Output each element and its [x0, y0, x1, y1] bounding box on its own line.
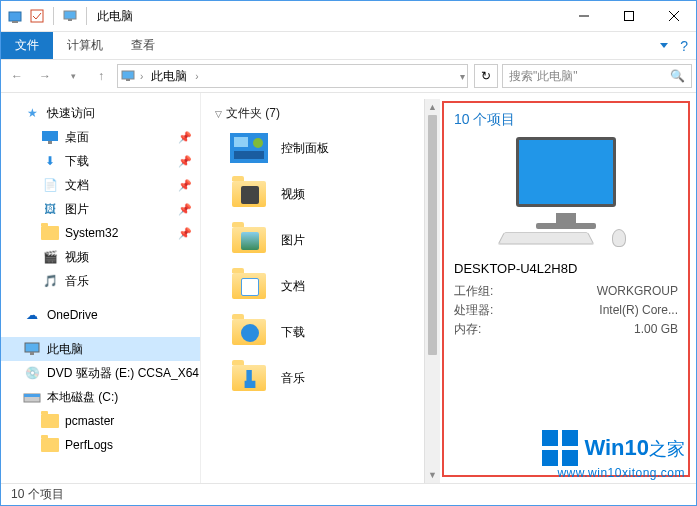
svg-rect-9 — [122, 71, 134, 79]
search-placeholder: 搜索"此电脑" — [509, 68, 578, 85]
search-input[interactable]: 搜索"此电脑" 🔍 — [502, 64, 692, 88]
sidebar-item-desktop[interactable]: 桌面📌 — [1, 125, 200, 149]
sidebar-item-videos[interactable]: 🎬视频 — [1, 245, 200, 269]
music-folder-icon — [232, 365, 266, 391]
recent-dropdown[interactable]: ▾ — [61, 64, 85, 88]
sidebar-item-dvd[interactable]: 💿DVD 驱动器 (E:) CCSA_X64 — [1, 361, 200, 385]
sidebar-label: 文档 — [65, 177, 89, 194]
list-item[interactable]: 音乐 — [229, 356, 424, 400]
item-label: 视频 — [281, 186, 305, 203]
watermark-url: www.win10xitong.com — [542, 466, 685, 480]
computer-name: DESKTOP-U4L2H8D — [454, 261, 678, 276]
sidebar-item-music[interactable]: 🎵音乐 — [1, 269, 200, 293]
sidebar-item-pcmaster[interactable]: pcmaster — [1, 409, 200, 433]
tab-view[interactable]: 查看 — [117, 32, 169, 59]
sidebar-item-quickaccess[interactable]: ★快速访问 — [1, 101, 200, 125]
pin-icon: 📌 — [178, 131, 192, 144]
svg-rect-11 — [42, 131, 58, 141]
sidebar-item-downloads[interactable]: ⬇下载📌 — [1, 149, 200, 173]
close-button[interactable] — [651, 1, 696, 31]
qat-properties-icon[interactable] — [27, 6, 47, 26]
desktop-icon — [41, 128, 59, 146]
scroll-up-icon[interactable]: ▲ — [425, 99, 440, 115]
svg-rect-0 — [9, 12, 21, 21]
sidebar-label: DVD 驱动器 (E:) CCSA_X64 — [47, 365, 199, 382]
list-item[interactable]: 控制面板 — [229, 126, 424, 170]
sidebar-label: 桌面 — [65, 129, 89, 146]
sidebar-label: 下载 — [65, 153, 89, 170]
tab-computer[interactable]: 计算机 — [53, 32, 117, 59]
svg-rect-4 — [68, 19, 72, 21]
pc-icon — [23, 340, 41, 358]
video-icon: 🎬 — [41, 248, 59, 266]
minimize-button[interactable] — [561, 1, 606, 31]
sidebar-item-perflogs[interactable]: PerfLogs — [1, 433, 200, 457]
status-bar: 10 个项目 — [1, 483, 696, 505]
sidebar-label: 本地磁盘 (C:) — [47, 389, 118, 406]
item-view[interactable]: ▽文件夹 (7) 控制面板 视频 图片 文档 下载 音乐 ▲ ▼ 10 个项目 — [201, 93, 696, 483]
help-button[interactable]: ? — [680, 38, 688, 54]
drive-icon — [23, 388, 41, 406]
picture-folder-icon — [232, 227, 266, 253]
processor-value: Intel(R) Core... — [509, 301, 678, 320]
sidebar-item-onedrive[interactable]: ☁OneDrive — [1, 303, 200, 327]
control-panel-icon — [230, 133, 268, 163]
svg-rect-6 — [624, 12, 633, 21]
forward-button[interactable]: → — [33, 64, 57, 88]
chevron-right-icon[interactable]: › — [195, 71, 198, 82]
scroll-thumb[interactable] — [428, 115, 437, 355]
item-label: 音乐 — [281, 370, 305, 387]
download-icon: ⬇ — [41, 152, 59, 170]
address-bar[interactable]: › 此电脑 › ▾ — [117, 64, 468, 88]
list-item[interactable]: 下载 — [229, 310, 424, 354]
list-item[interactable]: 文档 — [229, 264, 424, 308]
sidebar-item-pictures[interactable]: 🖼图片📌 — [1, 197, 200, 221]
chevron-right-icon[interactable]: › — [140, 71, 143, 82]
pc-small-icon — [60, 6, 80, 26]
tab-file[interactable]: 文件 — [1, 32, 53, 59]
windows-logo-icon — [542, 430, 578, 466]
ribbon-expand-icon[interactable] — [660, 43, 668, 48]
sidebar-item-system32[interactable]: System32📌 — [1, 221, 200, 245]
sidebar-item-thispc[interactable]: 此电脑 — [1, 337, 200, 361]
picture-icon: 🖼 — [41, 200, 59, 218]
sidebar-item-localdisk[interactable]: 本地磁盘 (C:) — [1, 385, 200, 409]
details-pane: 10 个项目 DESKTOP-U4L2H8D 工作组:WORKGROUP 处理器… — [442, 101, 690, 477]
search-icon[interactable]: 🔍 — [670, 69, 685, 83]
watermark: Win10之家 www.win10xitong.com — [542, 430, 685, 480]
scroll-down-icon[interactable]: ▼ — [425, 467, 440, 483]
folder-icon — [41, 412, 59, 430]
group-header[interactable]: ▽文件夹 (7) — [215, 105, 424, 122]
svg-rect-2 — [31, 10, 43, 22]
back-button[interactable]: ← — [5, 64, 29, 88]
document-icon: 📄 — [41, 176, 59, 194]
maximize-button[interactable] — [606, 1, 651, 31]
sidebar-label: 图片 — [65, 201, 89, 218]
app-icon — [5, 6, 25, 26]
memory-value: 1.00 GB — [509, 320, 678, 339]
item-label: 文档 — [281, 278, 305, 295]
list-item[interactable]: 视频 — [229, 172, 424, 216]
content-scrollbar[interactable]: ▲ ▼ — [424, 99, 440, 483]
address-dropdown-icon[interactable]: ▾ — [460, 71, 465, 82]
refresh-button[interactable]: ↻ — [474, 64, 498, 88]
nav-tree: ★快速访问 桌面📌 ⬇下载📌 📄文档📌 🖼图片📌 System32📌 🎬视频 🎵… — [1, 93, 201, 483]
sidebar-label: 此电脑 — [47, 341, 83, 358]
svg-rect-16 — [24, 394, 40, 397]
processor-label: 处理器: — [454, 301, 509, 320]
list-item[interactable]: 图片 — [229, 218, 424, 262]
memory-label: 内存: — [454, 320, 509, 339]
up-button[interactable]: ↑ — [89, 64, 113, 88]
sidebar-item-documents[interactable]: 📄文档📌 — [1, 173, 200, 197]
pin-icon: 📌 — [178, 179, 192, 192]
sidebar-label: OneDrive — [47, 308, 98, 322]
sidebar-label: 快速访问 — [47, 105, 95, 122]
breadcrumb[interactable]: 此电脑 — [147, 68, 191, 85]
sidebar-label: 音乐 — [65, 273, 89, 290]
sidebar-label: 视频 — [65, 249, 89, 266]
svg-rect-18 — [234, 137, 248, 147]
svg-point-19 — [253, 138, 263, 148]
workgroup-label: 工作组: — [454, 282, 509, 301]
collapse-icon[interactable]: ▽ — [215, 109, 222, 119]
computer-illustration — [496, 137, 636, 247]
